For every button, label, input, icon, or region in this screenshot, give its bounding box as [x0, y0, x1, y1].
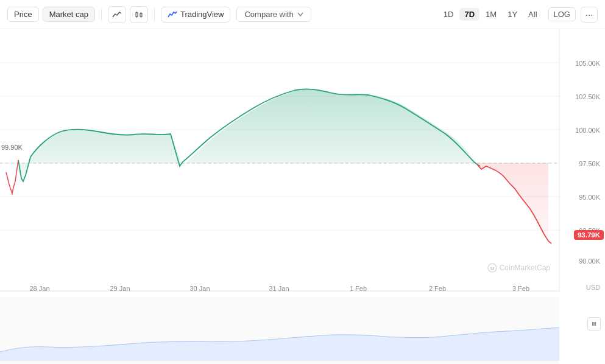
log-button[interactable]: LOG: [548, 7, 576, 21]
tradingview-button[interactable]: TradingView: [161, 7, 231, 23]
price-tab[interactable]: Price: [7, 7, 39, 22]
svg-rect-25: [595, 322, 596, 326]
y-label-102k: 102.50K: [575, 93, 600, 100]
y-axis: 105.00K 102.50K 100.00K 97.50K 95.00K 92…: [559, 29, 605, 291]
divider-1: [101, 7, 102, 22]
y-label-105k: 105.00K: [575, 60, 600, 67]
candlestick-icon[interactable]: [130, 6, 148, 23]
time-7d[interactable]: 7D: [459, 8, 479, 21]
more-button[interactable]: ···: [581, 7, 598, 23]
watermark-text: CoinMarketCap: [500, 264, 550, 272]
tradingview-label: TradingView: [180, 10, 224, 19]
pause-icon: [591, 321, 597, 327]
market-cap-tab[interactable]: Market cap: [43, 7, 95, 22]
svg-rect-24: [592, 322, 594, 326]
x-label-29jan: 29 Jan: [110, 285, 130, 292]
toolbar: Price Market cap TradingView Compare wit…: [0, 0, 605, 29]
time-all[interactable]: All: [523, 8, 542, 21]
x-label-30jan: 30 Jan: [189, 285, 210, 292]
time-1m[interactable]: 1M: [481, 8, 501, 21]
time-1y[interactable]: 1Y: [503, 8, 522, 21]
time-1d[interactable]: 1D: [439, 8, 459, 21]
mini-chart-svg: [0, 297, 559, 364]
y-label-95k: 95.00K: [579, 194, 600, 201]
pause-button[interactable]: [587, 317, 601, 331]
usd-label: USD: [586, 284, 600, 291]
chevron-down-icon: [297, 12, 303, 16]
start-price-label: 99.90K: [1, 144, 23, 151]
y-label-100k: 100.00K: [575, 127, 600, 134]
line-chart-icon[interactable]: [108, 6, 126, 23]
divider-2: [154, 7, 155, 22]
x-label-28jan: 28 Jan: [29, 285, 49, 292]
x-label-2feb: 2 Feb: [429, 285, 446, 292]
y-label-90k: 90.00K: [579, 257, 600, 265]
cmc-logo-icon: M: [487, 263, 497, 273]
y-label-97k: 97.50K: [579, 160, 600, 167]
x-label-1feb: 1 Feb: [350, 285, 367, 292]
compare-button[interactable]: Compare with: [236, 7, 311, 22]
watermark: M CoinMarketCap: [487, 263, 550, 273]
x-label-31jan: 31 Jan: [269, 285, 289, 292]
current-price-badge: 93.79K: [574, 230, 604, 240]
svg-rect-3: [140, 13, 142, 16]
chart-container: 105.00K 102.50K 100.00K 97.50K 95.00K 92…: [0, 29, 605, 364]
time-buttons: 1D 7D 1M 1Y All: [439, 8, 542, 21]
svg-rect-0: [136, 13, 138, 16]
compare-label: Compare with: [244, 10, 293, 19]
svg-text:M: M: [490, 266, 494, 271]
x-label-3feb: 3 Feb: [512, 285, 529, 292]
